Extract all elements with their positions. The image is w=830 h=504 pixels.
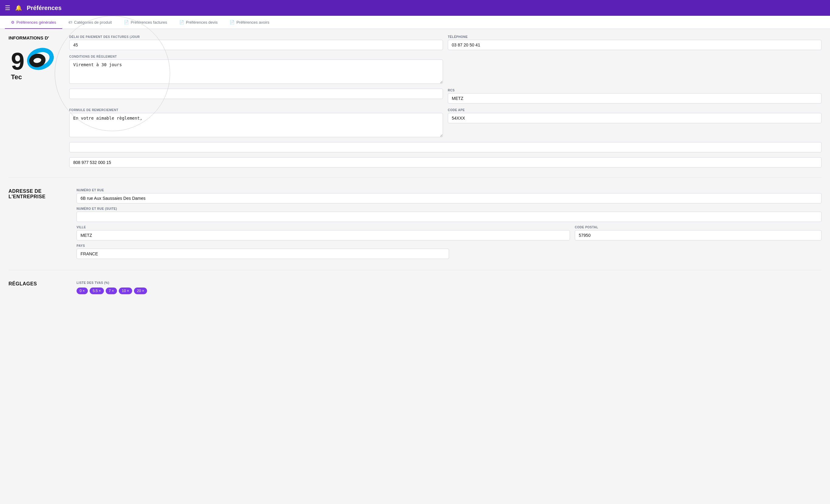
rcs-label: RCS bbox=[448, 89, 822, 92]
ville-input[interactable] bbox=[76, 230, 570, 240]
numero-rue-suite-input[interactable] bbox=[76, 212, 822, 222]
numero-rue-suite-label: NUMÉRO ET RUE (SUITE) bbox=[76, 207, 822, 210]
reglages-section-title: RÉGLAGES bbox=[8, 281, 69, 287]
conditions-reglement-label: CONDITIONS DE RÈGLEMENT bbox=[69, 55, 443, 58]
tag-icon: 🏷 bbox=[68, 20, 72, 25]
code-ape-label: CODE APE bbox=[448, 108, 822, 112]
address-form: NUMÉRO ET RUE NUMÉRO ET RUE (SUITE) VILL… bbox=[76, 189, 822, 259]
gear-icon: ⚙ bbox=[11, 20, 14, 25]
code-postal-label: CODE POSTAL bbox=[575, 226, 822, 229]
bell-icon[interactable]: 🔔 bbox=[15, 5, 22, 11]
doc3-icon: 📄 bbox=[230, 20, 234, 25]
delai-paiement-input[interactable] bbox=[69, 40, 443, 50]
tva-tag-7[interactable]: 7 × bbox=[106, 288, 117, 294]
company-info-form: DÉLAI DE PAIEMENT DES FACTURES (JOUR TÉL… bbox=[69, 35, 822, 172]
code-ape-input[interactable] bbox=[448, 113, 822, 123]
reglages-form: LISTE DES TVAS (%) 0 × 5.5 × 7 × 10 × bbox=[76, 281, 822, 294]
header: ☰ 🔔 Préférences bbox=[0, 0, 830, 16]
tab-avoirs[interactable]: 📄 Préférences avoirs bbox=[224, 16, 275, 29]
tva-tag-55[interactable]: 5.5 × bbox=[90, 288, 104, 294]
company-info-title: INFORMATIONS D' bbox=[8, 35, 69, 40]
svg-text:9: 9 bbox=[11, 48, 25, 75]
company-info-left: INFORMATIONS D' 9 Tec bbox=[8, 35, 69, 172]
field-empty-1[interactable] bbox=[69, 89, 443, 99]
tab-devis[interactable]: 📄 Préférences devis bbox=[173, 16, 224, 29]
liste-tvas-label: LISTE DES TVAS (%) bbox=[76, 281, 822, 284]
rcs-input[interactable] bbox=[448, 93, 822, 104]
page-title: Préférences bbox=[27, 5, 62, 11]
nav-tabs: ⚙ Préférences générales 🏷 Catégories de … bbox=[0, 16, 830, 29]
delai-paiement-label: DÉLAI DE PAIEMENT DES FACTURES (JOUR bbox=[69, 35, 443, 39]
code-postal-input[interactable] bbox=[575, 230, 822, 240]
telephone-label: TÉLÉPHONE bbox=[448, 35, 822, 39]
logo-container: 9 Tec bbox=[8, 45, 69, 83]
menu-icon[interactable]: ☰ bbox=[5, 4, 10, 11]
tva-tag-0[interactable]: 0 × bbox=[76, 288, 88, 294]
formule-remerciement-label: FORMULE DE REMERCIEMENT bbox=[69, 108, 443, 112]
svg-point-2 bbox=[31, 55, 44, 66]
svg-text:Tec: Tec bbox=[11, 73, 22, 81]
numero-rue-label: NUMÉRO ET RUE bbox=[76, 189, 822, 192]
ville-label: VILLE bbox=[76, 226, 570, 229]
doc2-icon: 📄 bbox=[179, 20, 184, 25]
formule-remerciement-textarea[interactable]: En votre aimable règlement, bbox=[69, 113, 443, 137]
conditions-reglement-textarea[interactable]: Virement à 30 jours bbox=[69, 60, 443, 84]
address-section: ADRESSE DE L'ENTREPRISE NUMÉRO ET RUE NU… bbox=[8, 189, 822, 259]
tab-categories[interactable]: 🏷 Catégories de produit bbox=[62, 16, 118, 29]
tva-tag-20[interactable]: 20 × bbox=[134, 288, 147, 294]
pays-input[interactable] bbox=[76, 249, 449, 259]
reglages-section: RÉGLAGES LISTE DES TVAS (%) 0 × 5.5 × 7 … bbox=[8, 281, 822, 294]
tab-factures[interactable]: 📄 Préférences factures bbox=[118, 16, 173, 29]
address-section-title: ADRESSE DE L'ENTREPRISE bbox=[8, 189, 69, 199]
tva-tags-container: 0 × 5.5 × 7 × 10 × 20 × bbox=[76, 288, 822, 294]
pays-label: PAYS bbox=[76, 244, 449, 247]
numero-rue-input[interactable] bbox=[76, 193, 822, 203]
tva-tag-10[interactable]: 10 × bbox=[119, 288, 132, 294]
company-logo: 9 Tec bbox=[8, 45, 57, 82]
tab-generales[interactable]: ⚙ Préférences générales bbox=[5, 16, 62, 29]
telephone-input[interactable] bbox=[448, 40, 822, 50]
field-empty-2[interactable] bbox=[69, 142, 822, 153]
doc-icon: 📄 bbox=[124, 20, 129, 25]
iban-input[interactable] bbox=[69, 157, 822, 168]
